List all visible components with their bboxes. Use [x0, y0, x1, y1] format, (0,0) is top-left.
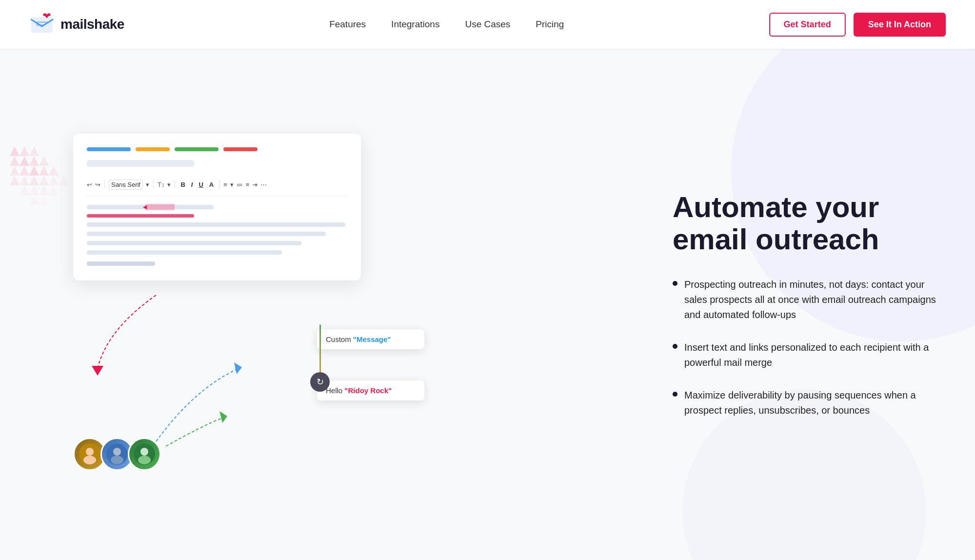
nav-link-use-cases[interactable]: Use Cases [465, 19, 510, 30]
pink-content-line-1 [87, 214, 194, 218]
chevron-down-icon: ▾ [146, 181, 149, 188]
toolbar-divider-1 [104, 180, 105, 188]
content-line-medium-1 [87, 250, 282, 255]
tooltip-custom-message: Custom "Message" [317, 329, 424, 349]
svg-marker-23 [39, 185, 49, 195]
hero-bullet-1-text: Prospecting outreach in minutes, not day… [684, 277, 936, 322]
bullet-dot-2 [673, 344, 677, 349]
svg-marker-10 [10, 166, 20, 176]
svg-marker-21 [20, 185, 29, 195]
hero-content: Automate your email outreach Prospecting… [634, 191, 936, 418]
svg-marker-12 [29, 166, 39, 176]
svg-marker-7 [20, 156, 29, 166]
underline-button[interactable]: U [197, 180, 204, 189]
content-line-short-1 [87, 261, 155, 266]
navbar-actions: Get Started See It In Action [769, 13, 946, 37]
svg-marker-6 [10, 156, 20, 166]
toolbar-divider-3 [175, 180, 175, 188]
avatars-row [73, 438, 161, 471]
logo-text: mailshake [60, 17, 124, 32]
redo-icon[interactable]: ↪ [95, 181, 100, 188]
svg-point-38 [138, 456, 151, 464]
svg-marker-18 [39, 176, 49, 185]
svg-marker-3 [10, 146, 20, 156]
tooltip-hello-prefix: Hello [326, 386, 344, 395]
tooltip-custom-quoted: "Message" [353, 335, 391, 343]
pink-highlight [145, 204, 175, 210]
hero-bullets: Prospecting outreach in minutes, not day… [673, 277, 936, 418]
svg-marker-15 [10, 176, 20, 185]
logo-area: mailshake [29, 12, 124, 37]
italic-button[interactable]: I [190, 180, 195, 189]
nav-link-pricing[interactable]: Pricing [536, 19, 564, 30]
tab-blue [87, 147, 131, 151]
get-started-button[interactable]: Get Started [769, 13, 846, 37]
text-size-icon[interactable]: T↕ [158, 181, 164, 188]
svg-marker-22 [29, 185, 39, 195]
align-icon[interactable]: ≡ [223, 181, 227, 188]
content-line-full-1 [87, 222, 345, 227]
hero-bullet-2: Insert text and links personalized to ea… [673, 340, 936, 370]
bold-button[interactable]: B [179, 180, 186, 189]
size-chevron-icon: ▾ [167, 181, 171, 188]
tooltip-area: Custom "Message" ↻ Hello "Ridoy Rock" [59, 290, 429, 476]
tab-red [223, 147, 258, 151]
navbar: mailshake Features Integrations Use Case… [0, 0, 975, 49]
content-line-full-3 [87, 241, 301, 245]
avatar-3 [128, 438, 161, 471]
hero-title: Automate your email outreach [673, 191, 936, 256]
see-it-in-action-button[interactable]: See It In Action [854, 13, 946, 37]
svg-marker-16 [20, 176, 29, 185]
toolbar-divider-4 [219, 180, 219, 188]
hero-title-line1: Automate your [673, 191, 879, 223]
svg-marker-19 [49, 176, 59, 185]
bullet-dot-1 [673, 281, 677, 286]
nav-link-features[interactable]: Features [329, 19, 366, 30]
hero-bullet-3-text: Maximize deliverability by pausing seque… [684, 388, 936, 418]
svg-point-35 [111, 456, 123, 464]
ordered-list-icon[interactable]: ≔ [237, 181, 243, 188]
svg-marker-26 [39, 195, 49, 205]
content-line-highlighted: ◄ [87, 205, 347, 209]
editor-content: ◄ [87, 205, 347, 266]
svg-rect-1 [36, 21, 48, 23]
more-icon[interactable]: ⋯ [260, 181, 267, 188]
svg-marker-27 [92, 366, 103, 376]
svg-marker-4 [20, 146, 29, 156]
indent-icon[interactable]: ⇥ [252, 181, 258, 188]
toolbar-divider-2 [153, 180, 154, 188]
red-arrow-indicator: ◄ [141, 203, 148, 211]
tab-green [175, 147, 219, 151]
svg-marker-8 [29, 156, 39, 166]
svg-marker-5 [29, 146, 39, 156]
svg-point-37 [140, 448, 148, 456]
svg-marker-9 [39, 156, 49, 166]
nav-link-integrations[interactable]: Integrations [391, 19, 439, 30]
illustration-area: ↩ ↪ Sans Serif ▾ T↕ ▾ B I U A ≡ ▾ ≔ ≡ ⇥ … [59, 134, 429, 476]
editor-tab-bar [87, 147, 347, 151]
unordered-list-icon[interactable]: ≡ [246, 181, 250, 188]
navbar-links: Features Integrations Use Cases Pricing [329, 19, 564, 30]
svg-point-34 [113, 448, 121, 456]
mailshake-logo-icon [29, 12, 55, 37]
editor-toolbar: ↩ ↪ Sans Serif ▾ T↕ ▾ B I U A ≡ ▾ ≔ ≡ ⇥ … [87, 176, 347, 196]
tooltip-hello-ridoy: Hello "Ridoy Rock" [317, 380, 424, 400]
tooltip-custom-prefix: Custom [326, 335, 353, 343]
font-selector[interactable]: Sans Serif [109, 180, 143, 190]
hero-bullet-1: Prospecting outreach in minutes, not day… [673, 277, 936, 322]
align-chevron-icon: ▾ [230, 181, 234, 188]
bullet-dot-3 [673, 392, 677, 397]
text-color-button[interactable]: A [208, 180, 215, 189]
svg-marker-28 [234, 362, 242, 374]
svg-marker-13 [39, 166, 49, 176]
svg-marker-14 [49, 166, 59, 176]
content-line-full-2 [87, 232, 326, 236]
tab-yellow [136, 147, 170, 151]
svg-marker-29 [219, 411, 227, 423]
hero-title-line2: email outreach [673, 223, 879, 256]
sync-icon: ↻ [310, 372, 330, 392]
hero-bullet-2-text: Insert text and links personalized to ea… [684, 340, 936, 370]
svg-marker-24 [49, 185, 59, 195]
hero-section: ↩ ↪ Sans Serif ▾ T↕ ▾ B I U A ≡ ▾ ≔ ≡ ⇥ … [0, 49, 975, 560]
undo-icon[interactable]: ↩ [87, 181, 92, 188]
